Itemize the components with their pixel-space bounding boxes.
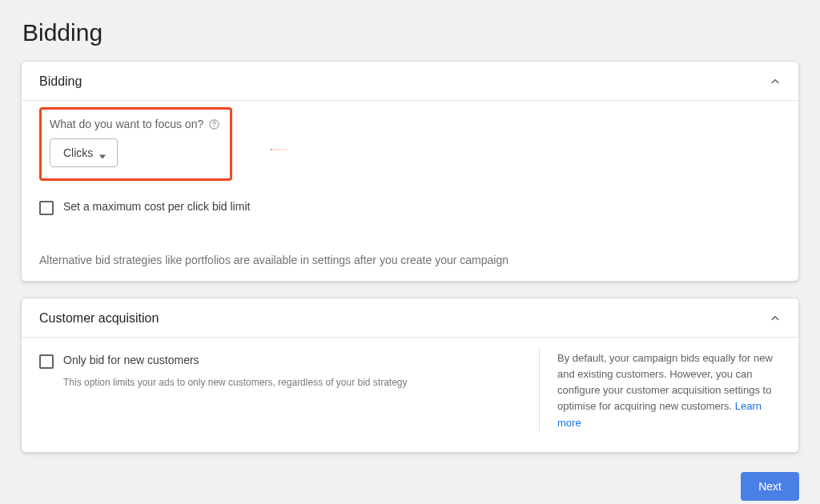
only-new-checkbox[interactable] — [39, 354, 54, 369]
help-icon[interactable] — [208, 118, 220, 130]
acquisition-card: Customer acquisition Only bid for new cu… — [21, 298, 799, 453]
next-button[interactable]: Next — [741, 472, 799, 501]
only-new-label: Only bid for new customers — [63, 354, 199, 366]
focus-highlight: What do you want to focus on? Clicks — [39, 107, 232, 181]
max-cpc-label: Set a maximum cost per click bid limit — [63, 200, 250, 213]
acquisition-info: By default, your campaign bids equally f… — [539, 347, 779, 431]
collapse-icon — [768, 74, 782, 89]
max-cpc-checkbox[interactable] — [39, 201, 54, 215]
caret-down-icon — [99, 150, 106, 156]
bidding-card-body: What do you want to focus on? Clicks — [22, 101, 798, 281]
alt-strategies-note: Alternative bid strategies like portfoli… — [39, 254, 781, 266]
annotation-arrow — [227, 149, 331, 150]
acquisition-card-header[interactable]: Customer acquisition — [22, 298, 798, 338]
bidding-card: Bidding What do you want to focus on? Cl… — [21, 61, 799, 282]
max-cpc-row: Set a maximum cost per click bid limit — [39, 200, 781, 215]
focus-label: What do you want to focus on? — [50, 118, 220, 130]
svg-marker-2 — [99, 155, 106, 159]
svg-point-1 — [214, 126, 215, 126]
collapse-icon — [768, 311, 782, 326]
bidding-card-header[interactable]: Bidding — [22, 62, 798, 101]
card-title: Bidding — [39, 74, 82, 89]
page-title: Bidding — [22, 19, 820, 46]
svg-marker-4 — [270, 149, 271, 150]
card-title: Customer acquisition — [39, 311, 159, 326]
only-new-subtext: This option limits your ads to only new … — [63, 377, 521, 388]
acquisition-card-body: Only bid for new customers This option l… — [22, 338, 798, 452]
only-new-row: Only bid for new customers — [39, 354, 521, 369]
focus-dropdown[interactable]: Clicks — [50, 138, 118, 167]
dropdown-value: Clicks — [63, 146, 93, 159]
focus-label-text: What do you want to focus on? — [50, 118, 203, 130]
